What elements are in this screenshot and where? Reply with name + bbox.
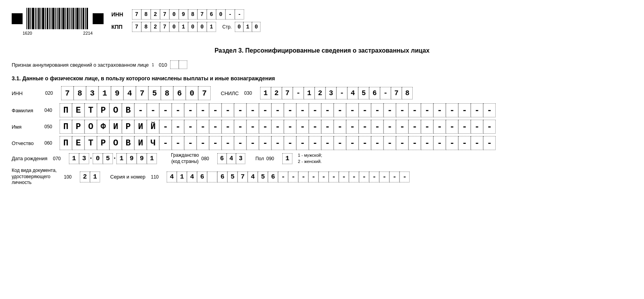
annul-cells xyxy=(170,60,187,69)
char-cell: П xyxy=(60,120,72,134)
char-cell: О xyxy=(109,103,122,117)
char-cell: - xyxy=(271,120,284,134)
char-cell: Е xyxy=(72,136,84,150)
char-cell: - xyxy=(259,103,271,117)
char-cell: - xyxy=(483,120,496,134)
doc-cells: 21 xyxy=(80,172,100,182)
doc-row: Код вида документа, удостоверяющего личн… xyxy=(12,168,632,186)
svg-rect-19 xyxy=(65,8,66,29)
char-cell: 1 xyxy=(90,172,100,182)
char-cell: И xyxy=(109,120,122,134)
otch-cells: ПЕТРОВИЧ--------------------------- xyxy=(60,136,496,150)
char-cell: - xyxy=(389,172,399,182)
char-cell: - xyxy=(321,103,334,117)
char-cell: В xyxy=(122,136,134,150)
char-cell: - xyxy=(396,103,408,117)
char-cell: 1 xyxy=(260,87,271,99)
char-cell: - xyxy=(396,136,408,150)
char-cell: 7 xyxy=(132,22,141,32)
char-cell: 0 xyxy=(188,22,197,32)
char-cell: 7 xyxy=(136,86,148,100)
char-cell: 0 xyxy=(186,86,198,100)
kpp-label: КПП xyxy=(111,24,129,30)
char-cell: - xyxy=(379,172,389,182)
char-cell: - xyxy=(371,136,384,150)
citizen-code: 080 xyxy=(201,156,215,161)
citizenship-block: Гражданство(код страны) 080 643 xyxy=(171,152,245,165)
svg-rect-2 xyxy=(30,8,31,29)
char-cell: 0 xyxy=(235,22,243,32)
char-cell: 2 xyxy=(315,87,326,99)
char-cell: 7 xyxy=(238,172,248,182)
char-cell: - xyxy=(197,136,209,150)
svg-rect-11 xyxy=(49,8,50,29)
char-cell: 4 xyxy=(123,86,136,100)
char-cell: 2 xyxy=(151,9,160,19)
serial-cells: 4146 657456------------- xyxy=(167,172,410,182)
svg-rect-28 xyxy=(83,8,84,29)
char-cell: - xyxy=(458,136,471,150)
char-cell: - xyxy=(346,103,359,117)
char-cell: 6 xyxy=(369,87,380,99)
char-cell: - xyxy=(369,172,379,182)
person-inn-row: ИНН 020 783194758607 СНИЛС 030 127-123-4… xyxy=(12,86,632,100)
otch-label: Отчество xyxy=(12,140,43,146)
char-cell: 1 xyxy=(179,22,188,32)
char-cell: 7 xyxy=(132,9,141,19)
char-cell: - xyxy=(371,103,384,117)
char-cell: 8 xyxy=(74,86,86,100)
char-cell: - xyxy=(346,136,359,150)
char-cell: Р xyxy=(97,136,109,150)
svg-rect-21 xyxy=(69,8,70,29)
char-cell: - xyxy=(384,103,396,117)
dob-row: Дата рождения 070 13·05·1991 Гражданство… xyxy=(12,152,632,165)
citizen-label: Гражданство(код страны) xyxy=(171,152,199,165)
person-inn-cells: 783194758607 xyxy=(61,86,211,100)
char-cell: Р xyxy=(97,103,109,117)
char-cell: - xyxy=(421,103,433,117)
char-cell: Ч xyxy=(147,136,159,150)
section-title: Раздел 3. Персонифицированные сведения о… xyxy=(12,47,632,54)
char-cell: - xyxy=(349,172,359,182)
char-cell: 2 xyxy=(80,172,90,182)
kpp-cells: 782701001 xyxy=(132,22,216,32)
annul-sup: 1 xyxy=(152,63,154,67)
char-cell xyxy=(179,60,187,69)
char-cell: - xyxy=(197,120,209,134)
char-cell: - xyxy=(433,120,446,134)
char-cell: - xyxy=(339,172,349,182)
char-cell: - xyxy=(359,172,369,182)
black-square-left xyxy=(12,13,23,24)
char-cell: - xyxy=(209,103,222,117)
char-cell: 5 xyxy=(227,172,238,182)
svg-rect-23 xyxy=(72,8,74,29)
char-cell: 8 xyxy=(402,87,413,99)
char-cell: В xyxy=(122,103,134,117)
char-cell: 6 xyxy=(197,172,207,182)
svg-rect-9 xyxy=(45,8,46,29)
person-inn-code: 020 xyxy=(45,90,59,96)
char-cell: - xyxy=(234,103,246,117)
barcode-area: 1620 2214 xyxy=(12,8,104,35)
char-cell: 3 xyxy=(326,87,336,99)
subsection-title: 3.1. Данные о физическом лице, в пользу … xyxy=(12,75,632,81)
char-cell: - xyxy=(246,136,259,150)
char-cell: - xyxy=(396,120,408,134)
char-cell: 1 xyxy=(243,22,252,32)
inn-kpp-area: ИНН 7827098760-- КПП 782701001 Стр. 010 xyxy=(111,9,260,32)
char-cell: - xyxy=(408,103,421,117)
char-cell: - xyxy=(336,87,347,99)
svg-rect-22 xyxy=(71,8,72,29)
svg-rect-29 xyxy=(85,8,86,29)
char-cell: - xyxy=(259,136,271,150)
stp-label: Стр. xyxy=(222,24,232,30)
imya-code: 050 xyxy=(44,124,58,129)
char-cell: - xyxy=(235,9,244,19)
char-cell: - xyxy=(147,103,159,117)
svg-rect-16 xyxy=(58,8,60,29)
char-cell: 5 xyxy=(258,172,268,182)
char-cell: - xyxy=(159,136,172,150)
dob-code: 070 xyxy=(53,156,67,161)
char-cell: П xyxy=(60,103,72,117)
char-cell: 4 xyxy=(227,153,236,164)
